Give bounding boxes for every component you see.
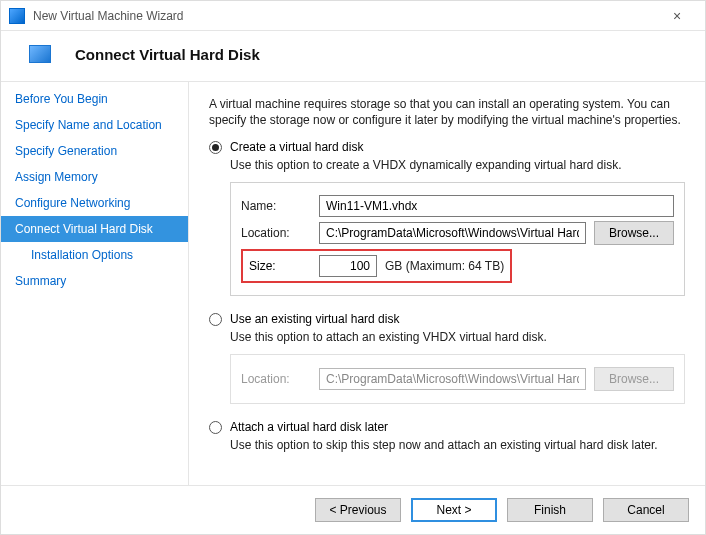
cancel-button[interactable]: Cancel: [603, 498, 689, 522]
step-specify-generation[interactable]: Specify Generation: [1, 138, 188, 164]
step-before-you-begin[interactable]: Before You Begin: [1, 86, 188, 112]
close-icon[interactable]: ×: [657, 8, 697, 24]
wizard-icon: [29, 45, 51, 63]
next-button[interactable]: Next >: [411, 498, 497, 522]
size-input[interactable]: [319, 255, 377, 277]
step-summary[interactable]: Summary: [1, 268, 188, 294]
name-input[interactable]: [319, 195, 674, 217]
create-vhd-form: Name: Location: Browse... Size: GB (Maxi…: [230, 182, 685, 296]
page-header: Connect Virtual Hard Disk: [1, 31, 705, 81]
previous-button[interactable]: < Previous: [315, 498, 401, 522]
radio-create-vhd-label: Create a virtual hard disk: [230, 140, 363, 154]
size-label: Size:: [249, 259, 311, 273]
window-icon: [9, 8, 25, 24]
location-label: Location:: [241, 226, 311, 240]
step-installation-options[interactable]: Installation Options: [1, 242, 188, 268]
existing-location-input: [319, 368, 586, 390]
step-specify-name-location[interactable]: Specify Name and Location: [1, 112, 188, 138]
radio-use-existing[interactable]: [209, 313, 222, 326]
browse-button[interactable]: Browse...: [594, 221, 674, 245]
step-connect-virtual-hard-disk[interactable]: Connect Virtual Hard Disk: [1, 216, 188, 242]
wizard-step-list: Before You Begin Specify Name and Locati…: [1, 82, 189, 485]
wizard-footer: < Previous Next > Finish Cancel: [1, 485, 705, 534]
radio-use-existing-label: Use an existing virtual hard disk: [230, 312, 399, 326]
titlebar: New Virtual Machine Wizard ×: [1, 1, 705, 31]
use-existing-desc: Use this option to attach an existing VH…: [230, 330, 685, 344]
option-create-vhd: Create a virtual hard disk Use this opti…: [209, 140, 685, 296]
name-label: Name:: [241, 199, 311, 213]
use-existing-form: Location: Browse...: [230, 354, 685, 404]
existing-location-label: Location:: [241, 372, 311, 386]
finish-button[interactable]: Finish: [507, 498, 593, 522]
size-highlight: Size: GB (Maximum: 64 TB): [241, 249, 512, 283]
window-title: New Virtual Machine Wizard: [33, 9, 657, 23]
radio-attach-later-label: Attach a virtual hard disk later: [230, 420, 388, 434]
option-attach-later: Attach a virtual hard disk later Use thi…: [209, 420, 685, 452]
size-suffix: GB (Maximum: 64 TB): [385, 259, 504, 273]
create-vhd-desc: Use this option to create a VHDX dynamic…: [230, 158, 685, 172]
step-configure-networking[interactable]: Configure Networking: [1, 190, 188, 216]
location-input[interactable]: [319, 222, 586, 244]
attach-later-desc: Use this option to skip this step now an…: [230, 438, 685, 452]
intro-text: A virtual machine requires storage so th…: [209, 96, 685, 128]
wizard-content: A virtual machine requires storage so th…: [189, 82, 705, 485]
page-title: Connect Virtual Hard Disk: [75, 46, 260, 63]
radio-attach-later[interactable]: [209, 421, 222, 434]
option-use-existing: Use an existing virtual hard disk Use th…: [209, 312, 685, 404]
existing-browse-button: Browse...: [594, 367, 674, 391]
step-assign-memory[interactable]: Assign Memory: [1, 164, 188, 190]
radio-create-vhd[interactable]: [209, 141, 222, 154]
